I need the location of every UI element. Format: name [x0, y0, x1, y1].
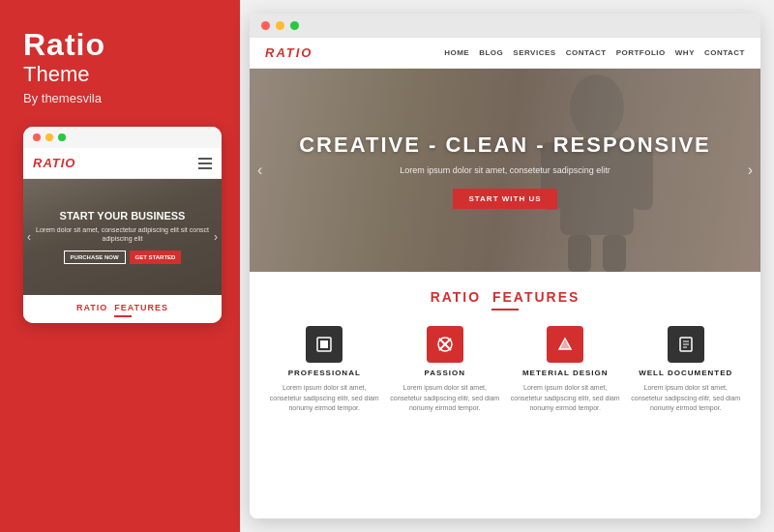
feature-desc-documented: Lorem ipsum dolor sit amet, consetetur s… [631, 383, 742, 414]
features-heading-prefix: RATIO [431, 289, 482, 305]
feature-item-material: METERIAL DESIGN Lorem ipsum dolor sit am… [510, 326, 621, 414]
features-grid: PROFESSIONAL Lorem ipsum dolor sit amet,… [269, 326, 741, 414]
left-panel: Ratio Theme By themesvila RATIO ‹ START … [0, 0, 240, 532]
browser-topbar [250, 14, 760, 38]
mobile-hero-title: START YOUR BUSINESS [33, 210, 212, 222]
site-nav-links: HOME BLOG SERVICES CONTACT PORTFOLIO WHY… [444, 48, 745, 57]
feature-title-passion: PASSION [425, 369, 465, 377]
nav-link-portfolio[interactable]: PORTFOLIO [616, 48, 666, 57]
site-hero-desc: Lorem ipsum dolor sit amet, consetetur s… [400, 165, 610, 175]
mobile-features-bar: RATIO FEATURES [23, 295, 222, 323]
feature-title-documented: WELL DOCUMENTED [639, 369, 732, 377]
mobile-hero-desc: Lorem dolor sit amet, consectetur adipis… [33, 225, 212, 243]
browser-dot-green [290, 21, 299, 30]
logo-by: By themesvila [23, 91, 217, 105]
dot-yellow [45, 133, 53, 141]
site-features-section: RATIO FEATURES PROFESSIONAL Lorem ipsum … [250, 272, 760, 518]
nav-link-blog[interactable]: BLOG [479, 48, 503, 57]
nav-link-contact[interactable]: CONTACT [566, 48, 607, 57]
mobile-next-arrow[interactable]: › [214, 230, 218, 244]
mobile-features-title: RATIO FEATURES [33, 303, 212, 312]
mobile-nav: RATIO [23, 148, 222, 179]
site-hero-content: CREATIVE - CLEAN - RESPONSIVE Lorem ipsu… [250, 69, 760, 272]
mobile-hero-buttons: PURCHASE NOW GET STARTED [33, 251, 212, 264]
mobile-prev-arrow[interactable]: ‹ [27, 230, 31, 244]
mobile-purchase-button[interactable]: PURCHASE NOW [64, 251, 126, 264]
nav-link-why[interactable]: WHY [675, 48, 695, 57]
feature-icon-material [547, 326, 583, 363]
hamburger-icon[interactable] [198, 158, 212, 169]
nav-link-services[interactable]: SERVICES [513, 48, 555, 57]
mobile-features-suffix: FEATURES [114, 303, 168, 312]
nav-link-home[interactable]: HOME [444, 48, 469, 57]
site-hero: ‹ CREATIVE - CLEAN - RESPONSIVE Lorem ip… [250, 69, 760, 272]
feature-item-professional: PROFESSIONAL Lorem ipsum dolor sit amet,… [269, 326, 380, 414]
feature-icon-documented [668, 326, 704, 363]
site-nav: RATIO HOME BLOG SERVICES CONTACT PORTFOL… [250, 38, 760, 69]
hero-prev-arrow[interactable]: ‹ [257, 162, 262, 179]
site-hero-cta-button[interactable]: START WITH US [453, 189, 556, 209]
dot-green [58, 133, 66, 141]
browser-dot-yellow [276, 21, 284, 30]
mobile-getstarted-button[interactable]: GET STARTED [130, 251, 182, 264]
feature-item-documented: WELL DOCUMENTED Lorem ipsum dolor sit am… [631, 326, 742, 414]
logo-subtitle: Theme [23, 62, 217, 87]
feature-title-professional: PROFESSIONAL [288, 369, 361, 377]
feature-icon-professional [306, 326, 342, 363]
nav-link-contact2[interactable]: CONTACT [704, 48, 745, 57]
dot-red [33, 133, 41, 141]
browser-window: RATIO HOME BLOG SERVICES CONTACT PORTFOL… [250, 14, 760, 518]
features-underline [491, 309, 519, 310]
feature-desc-material: Lorem ipsum dolor sit amet, consetetur s… [510, 383, 621, 414]
mobile-preview-card: RATIO ‹ START YOUR BUSINESS Lorem dolor … [23, 127, 222, 323]
features-heading: RATIO FEATURES [269, 289, 741, 305]
feature-item-passion: PASSION Lorem ipsum dolor sit amet, cons… [390, 326, 501, 414]
browser-dot-red [261, 21, 270, 30]
feature-desc-professional: Lorem ipsum dolor sit amet, consetetur s… [269, 383, 380, 414]
mobile-topbar [23, 127, 222, 148]
site-logo: RATIO [265, 45, 313, 60]
mobile-hero-content: START YOUR BUSINESS Lorem dolor sit amet… [23, 210, 222, 264]
hero-next-arrow[interactable]: › [748, 162, 753, 179]
feature-desc-passion: Lorem ipsum dolor sit amet, consetetur s… [390, 383, 501, 414]
svg-rect-7 [320, 340, 328, 348]
logo-title: Ratio [23, 29, 217, 60]
mobile-logo: RATIO [33, 156, 75, 170]
right-panel: RATIO HOME BLOG SERVICES CONTACT PORTFOL… [240, 0, 774, 532]
mobile-hero: ‹ START YOUR BUSINESS Lorem dolor sit am… [23, 179, 222, 295]
feature-title-material: METERIAL DESIGN [522, 369, 609, 377]
features-heading-suffix: FEATURES [492, 289, 580, 305]
mobile-features-prefix: RATIO [76, 303, 107, 312]
site-hero-title: CREATIVE - CLEAN - RESPONSIVE [299, 133, 711, 158]
mobile-features-underline [114, 315, 132, 317]
feature-icon-passion [427, 326, 463, 363]
